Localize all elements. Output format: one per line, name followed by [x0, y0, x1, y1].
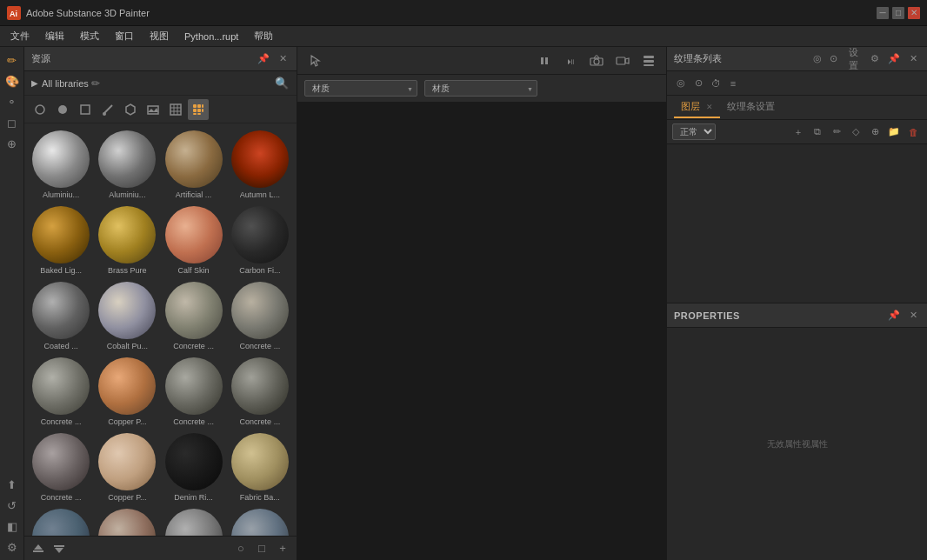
circle-bottom-icon[interactable]: ○: [232, 540, 250, 557]
tab-layers-close[interactable]: ✕: [706, 103, 713, 111]
tab-layers[interactable]: 图层 ✕: [674, 97, 720, 118]
eye2-icon[interactable]: ◎: [674, 77, 688, 90]
sidebar-icon-import[interactable]: ⬆: [3, 475, 22, 494]
folder-button[interactable]: 📁: [885, 123, 903, 141]
asset-item-calf[interactable]: Calf Skin: [163, 204, 225, 277]
asset-item-concrete6[interactable]: Concrete ...: [30, 431, 92, 503]
asset-item-aluminium1[interactable]: Aluminiu...: [30, 129, 92, 201]
add-bottom-icon[interactable]: +: [274, 540, 291, 557]
asset-item-fabric2[interactable]: Fabric Ba...: [30, 507, 92, 536]
close-button[interactable]: ✕: [908, 7, 920, 19]
asset-item-concrete1[interactable]: Concrete ...: [163, 280, 225, 352]
asset-item-coated[interactable]: Coated ...: [30, 280, 92, 352]
viewport-area[interactable]: [297, 103, 666, 560]
svg-rect-23: [33, 550, 43, 552]
sidebar-icon-paint[interactable]: 🎨: [3, 71, 22, 90]
menu-item-pythonrupt[interactable]: Python...rupt: [177, 30, 245, 43]
texture-pin-button[interactable]: 📌: [887, 52, 901, 66]
asset-item-baked[interactable]: Baked Lig...: [30, 204, 92, 277]
tool-paint[interactable]: [52, 99, 73, 120]
sidebar-icon-eraser[interactable]: ◻: [3, 113, 22, 132]
svg-rect-21: [193, 113, 197, 115]
sidebar-icon-history[interactable]: ↺: [3, 496, 22, 515]
tool-hexgrid[interactable]: [120, 99, 141, 120]
pause-icon[interactable]: [534, 50, 555, 71]
asset-item-concrete3[interactable]: Concrete ...: [30, 356, 92, 428]
tool-image[interactable]: [143, 99, 163, 120]
svg-text:⏯: ⏯: [566, 57, 575, 66]
list-icon[interactable]: ≡: [726, 77, 740, 90]
sidebar-icon-settings[interactable]: ⚙: [3, 537, 22, 557]
asset-item-autumn[interactable]: Autumn L...: [229, 129, 291, 201]
assets-close-button[interactable]: ✕: [276, 52, 290, 66]
asset-item-cobalt[interactable]: Cobalt Pu...: [96, 280, 158, 352]
assets-pin-button[interactable]: 📌: [257, 52, 270, 66]
cursor-icon[interactable]: [304, 50, 325, 71]
menu-item-[interactable]: 窗口: [108, 28, 141, 44]
properties-pin-button[interactable]: 📌: [887, 309, 901, 323]
asset-item-fabric1[interactable]: Fabric Ba...: [229, 431, 291, 503]
tool-brush[interactable]: [97, 99, 118, 120]
asset-item-concrete2[interactable]: Concrete ...: [229, 280, 291, 352]
asset-item-aluminium2[interactable]: Aluminiu...: [96, 129, 158, 201]
import-button[interactable]: [30, 540, 47, 557]
texture-settings-btn[interactable]: 设置: [849, 52, 863, 66]
library-expand[interactable]: ▶: [31, 78, 38, 88]
playback-icon[interactable]: ⏯: [560, 50, 581, 71]
menu-item-[interactable]: 编辑: [38, 28, 71, 44]
texture-close-button[interactable]: ✕: [906, 52, 920, 66]
video-icon[interactable]: [612, 50, 633, 71]
asset-label-cobalt: Cobalt Pu...: [107, 342, 148, 350]
globe-button[interactable]: ⊕: [866, 123, 884, 141]
tab-texture-settings[interactable]: 纹理条设置: [720, 97, 782, 118]
svg-rect-28: [541, 57, 544, 64]
search-icon[interactable]: 🔍: [274, 76, 290, 91]
asset-label-aluminium2: Aluminiu...: [109, 190, 145, 199]
diamond-button[interactable]: ◇: [847, 123, 864, 141]
eye-icon[interactable]: ◎: [810, 52, 824, 66]
sidebar-icon-brush[interactable]: ✏: [3, 50, 22, 70]
asset-thumb-copper: [98, 357, 156, 415]
asset-item-denim[interactable]: Denim Ri...: [163, 431, 225, 503]
menu-item-[interactable]: 帮助: [247, 28, 280, 44]
texture-gear-icon[interactable]: ⚙: [868, 52, 882, 66]
menu-item-[interactable]: 视图: [143, 28, 176, 44]
asset-item-row5a[interactable]: [163, 507, 225, 536]
maximize-button[interactable]: □: [892, 7, 904, 19]
export-button[interactable]: [50, 540, 68, 557]
asset-item-brass[interactable]: Brass Pure: [96, 204, 158, 277]
tool-square[interactable]: [75, 99, 96, 120]
paint-layer-button[interactable]: ✏: [828, 123, 845, 141]
trash-button[interactable]: 🗑: [904, 123, 922, 141]
tool-apps[interactable]: [188, 99, 209, 120]
properties-close-button[interactable]: ✕: [906, 309, 920, 323]
asset-item-concrete4[interactable]: Concrete ...: [163, 356, 225, 428]
blend-mode-select[interactable]: 正常: [672, 123, 716, 140]
svg-rect-15: [193, 104, 197, 108]
asset-item-artificial[interactable]: Artificial ...: [163, 129, 225, 201]
material-dropdown1[interactable]: 材质: [304, 80, 417, 97]
asset-item-row5b[interactable]: [229, 507, 291, 536]
copy-layer-button[interactable]: ⧉: [809, 123, 826, 141]
history2-icon[interactable]: ⊙: [691, 77, 705, 90]
asset-item-concrete5[interactable]: Concrete ...: [229, 356, 291, 428]
sidebar-icon-clone[interactable]: ⊕: [3, 134, 22, 153]
menu-item-[interactable]: 文件: [3, 28, 37, 44]
sidebar-icon-smudge[interactable]: ⚬: [3, 92, 22, 111]
history-icon[interactable]: ⊙: [826, 52, 840, 66]
clock-icon[interactable]: ⏱: [709, 77, 723, 90]
asset-item-carbon[interactable]: Carbon Fi...: [229, 204, 291, 277]
menu-item-[interactable]: 模式: [73, 28, 106, 44]
camera-icon[interactable]: [586, 50, 607, 71]
asset-item-copper[interactable]: Copper P...: [96, 356, 158, 428]
tool-circle[interactable]: [30, 99, 50, 120]
minimize-button[interactable]: ─: [877, 7, 889, 19]
asset-item-fabric3[interactable]: Fabric De...: [96, 507, 158, 536]
sidebar-icon-layers[interactable]: ◧: [3, 517, 22, 536]
tool-texture[interactable]: [165, 99, 186, 120]
folder-bottom-icon[interactable]: □: [253, 540, 270, 557]
material-dropdown2[interactable]: 材质: [424, 80, 537, 97]
add-layer-button[interactable]: +: [790, 123, 807, 141]
settings2-icon[interactable]: [638, 50, 659, 71]
asset-item-copper2[interactable]: Copper P...: [96, 431, 158, 503]
